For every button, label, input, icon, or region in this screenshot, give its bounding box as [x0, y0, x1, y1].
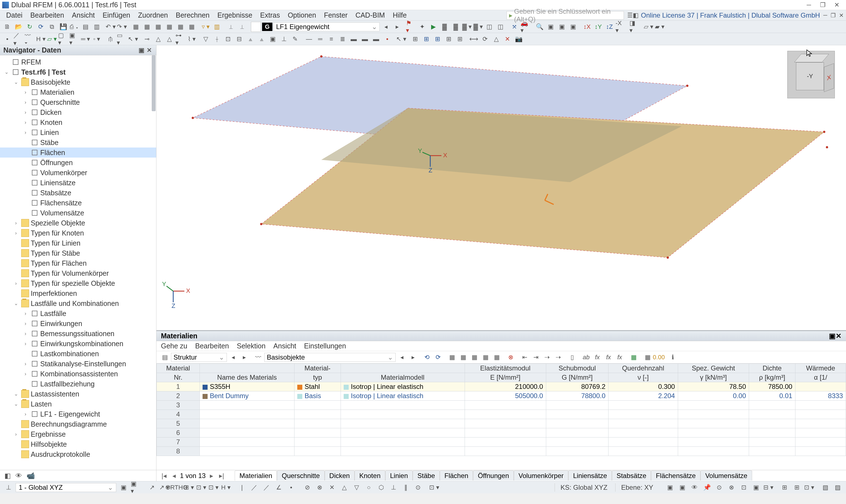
tree-item[interactable]: ›Querschnitte [0, 97, 156, 107]
star-icon[interactable]: ✦ [417, 22, 427, 32]
run-icon[interactable]: ▶ [428, 22, 438, 32]
tree-item[interactable]: ›Ergebnisse [0, 429, 156, 439]
undo-icon[interactable]: ↶ ▾ [106, 22, 116, 32]
table-next1-icon[interactable]: ▸ [239, 352, 249, 362]
mesh2-icon[interactable]: ⊞ [432, 34, 443, 44]
l7-icon[interactable]: ▬ [371, 34, 381, 44]
sb-16-icon[interactable]: ⊗ [314, 483, 325, 492]
pointer-icon[interactable]: ↖ ▾ [128, 34, 138, 44]
tree-item[interactable]: Stabsätze [0, 188, 156, 198]
tree-item[interactable]: Liniensätze [0, 178, 156, 188]
tree-item[interactable]: Volumensätze [0, 208, 156, 218]
doc1-icon[interactable]: ▤ [80, 22, 91, 32]
sb-end12-icon[interactable]: ⊡ ▾ [804, 483, 814, 492]
table-tab[interactable]: Dicken [325, 470, 355, 481]
tree-item[interactable]: ›Typen für Knoten [0, 228, 156, 238]
opening-icon[interactable]: ▢ ▾ [58, 34, 68, 44]
table-info-icon[interactable]: ℹ [668, 352, 678, 362]
show4-icon[interactable]: ⟁ [245, 34, 255, 44]
table-del-icon[interactable]: ⊗ [506, 352, 516, 362]
tree-item[interactable]: ⌄Lasten [0, 399, 156, 409]
persp2-icon[interactable]: ▰ ▾ [654, 22, 665, 32]
iso-icon[interactable]: ◨ ▾ [629, 22, 640, 32]
persp1-icon[interactable]: ▱ ▾ [644, 22, 653, 32]
menu-bearbeiten[interactable]: Bearbeiten [26, 10, 68, 20]
sb-8-icon[interactable]: ⊡ ▾ [209, 483, 218, 492]
sb-end3-icon[interactable]: 👁 [689, 483, 700, 492]
table-t5-icon[interactable]: ▦ [469, 352, 480, 362]
loadcase-select[interactable]: LF1 Eigengewicht [273, 22, 380, 31]
node-icon[interactable]: • [2, 34, 12, 44]
rotate-icon[interactable]: ⟳ [480, 34, 490, 44]
sb-7-icon[interactable]: ⊡ ▾ [196, 483, 206, 492]
tree-item[interactable]: Typen für Linien [0, 238, 156, 248]
tree-item[interactable]: Typen für Volumenkörper [0, 268, 156, 278]
gz-icon[interactable]: ↕Z [604, 22, 614, 32]
sb-3-icon[interactable]: ↗ [147, 483, 157, 492]
table-exp3-icon[interactable]: ⇢ [542, 352, 552, 362]
tree-item[interactable]: Ausdruckprotokolle [0, 449, 156, 459]
show5-icon[interactable]: ⟁ [256, 34, 267, 44]
sb-6-icon[interactable]: ⊞ ▾ [184, 483, 194, 492]
tabnav-first[interactable]: |◂ [160, 472, 168, 480]
nav-tab-camera-icon[interactable]: 📹 [26, 472, 35, 480]
tree-item[interactable]: Stäbe [0, 138, 156, 147]
tree-item[interactable]: RFEM [0, 57, 156, 67]
zoom-icon[interactable]: 🔍 [535, 22, 544, 32]
tablemenu-selektion[interactable]: Selektion [237, 342, 266, 350]
doc2-icon[interactable]: ▥ [92, 22, 102, 32]
sb-end8-icon[interactable]: ▣ [751, 483, 761, 492]
sb-10-icon[interactable]: | [237, 483, 247, 492]
view2-icon[interactable]: ⟂ [237, 22, 247, 32]
cloud-icon[interactable]: ⟳ [36, 22, 46, 32]
table-t1-icon[interactable]: ⟲ [422, 352, 432, 362]
blank-icon[interactable] [251, 22, 261, 32]
sb-23-icon[interactable]: ‖ [401, 483, 411, 492]
sb-end4-icon[interactable]: 📌 [702, 483, 712, 492]
t-e-icon[interactable]: ◫ [484, 22, 494, 32]
menu-berechnen[interactable]: Berechnen [172, 10, 214, 20]
tablemenu-bearbeiten[interactable]: Bearbeiten [195, 342, 229, 350]
sb-20-icon[interactable]: ○ [364, 483, 374, 492]
l2-icon[interactable]: ═ [315, 34, 325, 44]
camera-icon[interactable]: 📷 [514, 34, 524, 44]
tree-item[interactable]: Hilfsobjekte [0, 439, 156, 449]
sb-5-icon[interactable]: ORTHO [172, 483, 182, 492]
menu-hilfe[interactable]: Hilfe [389, 10, 411, 20]
status-cs-select[interactable]: 1 - Global XYZ [16, 483, 116, 492]
table-filter-icon[interactable]: 〰 [253, 352, 263, 362]
sb-18-icon[interactable]: △ [339, 483, 349, 492]
view1-icon[interactable]: ⟂ [226, 22, 236, 32]
table-tab[interactable]: Volumenkörper [514, 470, 568, 481]
table-t3-icon[interactable]: ▦ [447, 352, 457, 362]
table-tab[interactable]: Öffnungen [473, 470, 514, 481]
t-a-icon[interactable]: ▓ [439, 22, 450, 32]
view-cube[interactable]: -Y X [787, 51, 835, 98]
minimize-button[interactable]: ─ [802, 1, 816, 9]
maximize-button[interactable]: ❐ [816, 1, 830, 9]
member-icon[interactable]: 〰 ▾ [24, 34, 35, 44]
table-tab[interactable]: Linien [385, 470, 413, 481]
other-icon[interactable]: ◦ ▾ [92, 34, 102, 44]
surface-icon[interactable]: ▱ ▾ [47, 34, 57, 44]
sb-24-icon[interactable]: ⊙ [413, 483, 423, 492]
table-t6-icon[interactable]: ▦ [481, 352, 491, 362]
sb-12-icon[interactable]: ／ [262, 483, 272, 492]
sb-1-icon[interactable]: ▣ [119, 483, 128, 492]
gx-icon[interactable]: ↕X [582, 22, 592, 32]
tree-item[interactable]: ›Spezielle Objekte [0, 218, 156, 228]
model-viewport[interactable]: X Y Z X Y Z -Y X [157, 45, 846, 330]
table-tab[interactable]: Volumensätze [700, 470, 752, 481]
box-icon[interactable]: ▣ [546, 22, 556, 32]
table-next2-icon[interactable]: ▸ [408, 352, 418, 362]
table-filter-select[interactable]: Basisobjekte [264, 353, 396, 362]
sb-end7-icon[interactable]: ⊡ [739, 483, 749, 492]
sb-end5-icon[interactable]: ⊙ [714, 483, 724, 492]
support-icon[interactable]: △ [153, 34, 163, 44]
print-icon[interactable]: ⎙ ▾ [69, 22, 79, 32]
l1-icon[interactable]: — [304, 34, 314, 44]
scrollbar-thumb[interactable] [152, 55, 156, 111]
table-v1-icon[interactable]: ▯ [567, 352, 577, 362]
save-icon[interactable]: 💾 [58, 22, 68, 32]
nav-tab-data-icon[interactable]: ◧ [4, 472, 11, 480]
